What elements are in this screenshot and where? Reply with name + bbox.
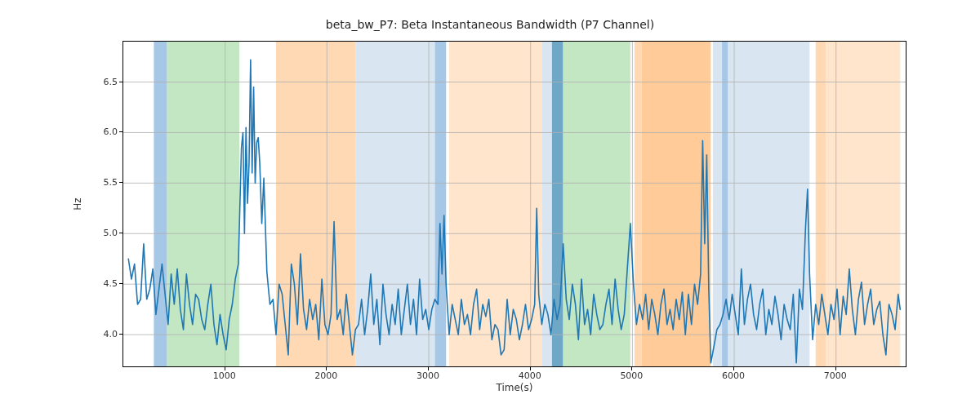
y-tick-mark [119,131,122,132]
band [713,42,722,367]
x-tick-mark [428,367,429,370]
x-tick-label: 4000 [519,370,541,381]
chart-title: beta_bw_P7: Beta Instantaneous Bandwidth… [0,18,980,31]
x-tick-label: 2000 [314,370,337,381]
y-tick-mark [119,283,122,284]
x-tick-label: 3000 [416,370,439,381]
x-axis-label: Time(s) [122,382,906,393]
band [728,42,810,367]
x-tick-label: 7000 [824,370,847,381]
band [167,42,240,367]
y-tick-label: 5.0 [90,228,118,238]
x-tick-mark [530,367,531,370]
y-tick-label: 5.5 [90,177,118,188]
y-tick-label: 6.0 [90,126,118,137]
band [435,42,447,367]
x-tick-mark [835,367,836,370]
band [154,42,167,367]
band [722,42,728,367]
band [642,42,711,367]
x-tick-label: 6000 [722,370,745,381]
x-tick-mark [631,367,632,370]
y-tick-label: 4.0 [90,329,118,339]
y-tick-mark [119,233,122,233]
figure: beta_bw_P7: Beta Instantaneous Bandwidth… [0,0,980,408]
band [826,42,900,367]
x-tick-mark [733,367,734,370]
y-tick-mark [119,182,122,183]
band [276,42,355,367]
plot-area [122,41,906,367]
plot-svg [123,42,906,367]
x-tick-label: 5000 [620,370,643,381]
x-tick-mark [225,367,225,370]
y-tick-mark [119,82,122,82]
y-tick-label: 4.5 [90,278,118,289]
band [564,42,630,367]
y-tick-label: 6.5 [90,76,118,86]
y-axis-label: Hz [72,41,88,367]
x-tick-mark [326,367,327,370]
y-tick-mark [119,334,122,335]
x-tick-label: 1000 [213,370,236,381]
